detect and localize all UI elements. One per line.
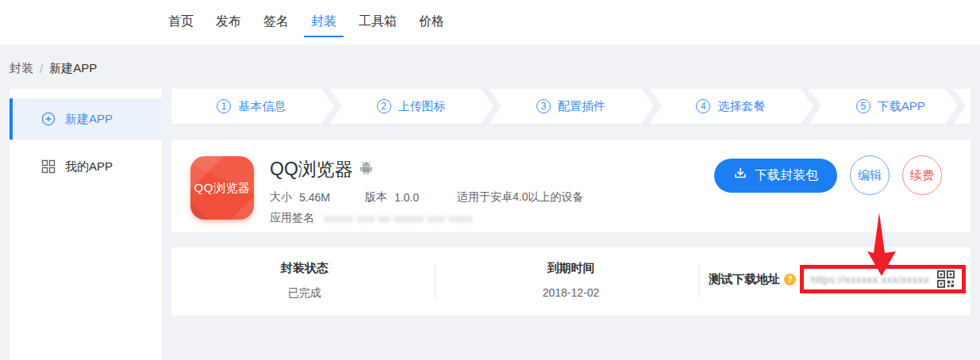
step-label: 选择套餐 — [717, 99, 765, 114]
app-info: QQ浏览器 — [270, 156, 584, 216]
step-label: 配置插件 — [558, 99, 605, 114]
breadcrumb-parent[interactable]: 封装 — [10, 61, 33, 76]
app-icon: QQ浏览器 — [190, 156, 254, 220]
breadcrumb-separator: / — [40, 62, 43, 75]
status-col-expiry: 到期时间 2018-12-02 — [438, 247, 705, 316]
card-actions: 下载封装包 编辑 续费 — [714, 155, 942, 196]
nav-item-home[interactable]: 首页 — [161, 8, 201, 37]
step-wizard: 1 基本信息 2 上传图标 3 配置插件 4 选择套餐 5 下载APP — [171, 89, 970, 124]
vertical-divider — [435, 264, 436, 299]
nav-item-sign[interactable]: 签名 — [256, 8, 296, 37]
top-nav: 首页 发布 签名 封装 工具箱 价格 — [0, 0, 980, 45]
nav-item-package[interactable]: 封装 — [304, 8, 344, 37]
sidebar-item-label: 新建APP — [65, 112, 113, 127]
android-icon — [359, 160, 373, 178]
step-number: 5 — [856, 99, 870, 113]
compatibility-text: 适用于安卓4.0以上的设备 — [457, 190, 583, 205]
step-number: 2 — [377, 99, 391, 113]
qr-code-icon[interactable] — [937, 270, 955, 288]
sidebar-item-new-app[interactable]: 新建APP — [10, 98, 162, 140]
sidebar-item-my-app[interactable]: 我的APP — [10, 146, 162, 187]
app-icon-label: QQ浏览器 — [194, 181, 251, 196]
main-content: 1 基本信息 2 上传图标 3 配置插件 4 选择套餐 5 下载APP — [171, 89, 970, 316]
signature-value-masked: xxxxx xxx xx xxxxx xxx xxxx — [324, 213, 473, 224]
breadcrumb-current: 新建APP — [49, 61, 97, 76]
download-package-button[interactable]: 下载封装包 — [714, 159, 837, 193]
test-download-header: 测试下载地址 ? — [709, 272, 796, 287]
status-col-test-download: 测试下载地址 ? https://xxxxxx.xxx/xxxxx — [704, 247, 970, 316]
version-label: 版本 — [365, 190, 387, 205]
download-button-label: 下载封装包 — [755, 167, 818, 184]
expiry-value: 2018-12-02 — [438, 286, 705, 299]
breadcrumb: 封装 / 新建APP — [10, 61, 97, 76]
step-label: 下载APP — [878, 99, 925, 114]
test-download-url-masked[interactable]: https://xxxxxx.xxx/xxxxx — [811, 274, 929, 285]
sidebar-item-label: 我的APP — [65, 159, 113, 174]
step-label: 上传图标 — [398, 99, 446, 114]
step-label: 基本信息 — [238, 99, 286, 114]
status-card: 封装状态 已完成 到期时间 2018-12-02 测试下载地址 ? https:… — [171, 247, 970, 316]
status-col-package-state: 封装状态 已完成 — [171, 247, 438, 316]
package-state-value: 已完成 — [171, 286, 438, 301]
step-download-app[interactable]: 5 下载APP — [811, 89, 970, 124]
sidebar: 新建APP 我的APP — [10, 89, 162, 360]
app-title: QQ浏览器 — [270, 157, 353, 182]
plus-circle-icon — [41, 112, 56, 126]
nav-item-publish[interactable]: 发布 — [209, 8, 248, 37]
size-label: 大小 — [270, 190, 292, 205]
step-choose-plan[interactable]: 4 选择套餐 — [651, 89, 810, 124]
test-download-header-text: 测试下载地址 — [709, 272, 780, 287]
step-number: 4 — [696, 99, 710, 113]
highlight-red-box: https://xxxxxx.xxx/xxxxx — [800, 265, 966, 293]
download-icon — [733, 167, 747, 184]
version-value: 1.0.0 — [394, 191, 419, 204]
size-value: 5.46M — [299, 191, 330, 204]
vertical-divider — [698, 264, 699, 299]
step-upload-icon[interactable]: 2 上传图标 — [331, 89, 490, 124]
signature-label: 应用签名 — [270, 211, 314, 225]
step-number: 1 — [217, 99, 231, 113]
page: 首页 发布 签名 封装 工具箱 价格 封装 / 新建APP 新建APP — [0, 0, 980, 360]
package-state-header: 封装状态 — [281, 261, 329, 276]
grid-icon — [41, 159, 56, 174]
nav-item-pricing[interactable]: 价格 — [412, 8, 452, 37]
edit-button[interactable]: 编辑 — [850, 155, 890, 195]
step-number: 3 — [536, 99, 551, 113]
help-icon[interactable]: ? — [784, 274, 796, 285]
expiry-header: 到期时间 — [548, 261, 595, 276]
nav-item-toolbox[interactable]: 工具箱 — [352, 8, 404, 37]
step-configure-plugins[interactable]: 3 配置插件 — [491, 89, 651, 124]
step-basic-info[interactable]: 1 基本信息 — [171, 89, 331, 124]
renew-button[interactable]: 续费 — [902, 155, 942, 195]
app-summary-card: QQ浏览器 QQ浏览器 — [171, 140, 970, 232]
